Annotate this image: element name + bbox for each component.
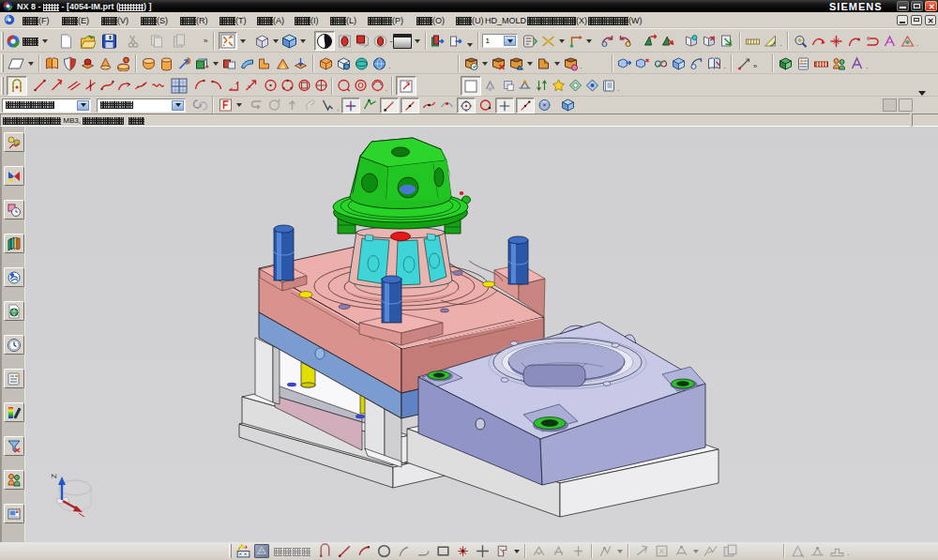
- svg-text:Z: Z: [50, 474, 58, 478]
